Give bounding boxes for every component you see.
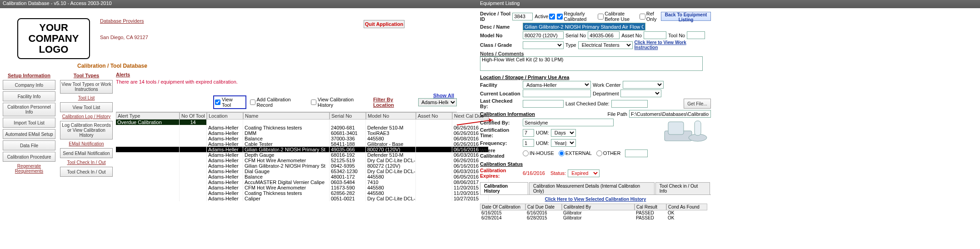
asset-input[interactable] bbox=[644, 31, 666, 39]
in-house-radio[interactable]: IN-HOUSE bbox=[523, 150, 554, 156]
history-row[interactable]: 6/16/20156/16/2016GilibratorPASSEDOK bbox=[480, 210, 711, 215]
col-model[interactable]: Model No bbox=[366, 112, 416, 120]
svg-rect-3 bbox=[695, 121, 701, 135]
hcol-cond[interactable]: Cond As Found bbox=[666, 204, 707, 210]
table-row[interactable]: Adams-HellerDepth Gauge68016-192Defender… bbox=[116, 152, 457, 158]
table-row[interactable]: Adams-HellerCoating Thickness testers240… bbox=[116, 125, 457, 130]
add-cal-record-checkbox[interactable]: Add Calibration Record bbox=[250, 97, 307, 108]
other-where-input[interactable] bbox=[625, 149, 648, 157]
tab-cal-measurement[interactable]: Calibration Measurement Details (Interna… bbox=[529, 182, 655, 194]
automated-email-button[interactable]: Automated EMail Setup bbox=[3, 129, 55, 139]
work-instruction-link[interactable]: Click Here to View Work Instruction bbox=[635, 40, 711, 50]
tab-cal-history[interactable]: Calibration History bbox=[480, 182, 528, 194]
table-row[interactable]: Adams-HellerCaliper0051-0021Dry Cal DC-L… bbox=[116, 196, 457, 201]
col-asset[interactable]: Asset No bbox=[416, 112, 452, 120]
table-row[interactable]: Adams-HellerCoating Thickness testers628… bbox=[116, 190, 457, 196]
tool-checkin-out-link[interactable]: Tool Check In / Out bbox=[60, 160, 113, 165]
email-notification-link[interactable]: EMail Notification bbox=[60, 141, 113, 146]
col-no-of-tool[interactable]: No Of Tool bbox=[180, 112, 207, 120]
tool-list-link[interactable]: Tool List bbox=[60, 95, 113, 100]
cert-time-label: Certification Time: bbox=[480, 127, 521, 138]
table-row[interactable]: Adams-HellerCable Tester58411-188Gilibra… bbox=[116, 141, 457, 147]
current-location-input[interactable] bbox=[523, 90, 591, 97]
external-radio[interactable]: EXTERNAL bbox=[559, 150, 592, 156]
tool-no-label: Tool No bbox=[668, 33, 685, 38]
col-alert-type[interactable]: Alert Type bbox=[116, 112, 180, 120]
frequency-input[interactable] bbox=[523, 139, 534, 147]
tool-checkin-out-button[interactable]: Tool Check In / Out bbox=[60, 167, 113, 177]
quit-button[interactable]: Quit Application bbox=[364, 20, 405, 28]
log-records-button[interactable]: Log Calibration Records or View Calibrat… bbox=[60, 121, 113, 139]
table-row[interactable]: Adams-HellerBalance37000-33644558006/08/… bbox=[116, 136, 457, 141]
history-row[interactable]: 6/28/20146/28/2015GilibratorPASSEDOK bbox=[480, 215, 711, 220]
table-row[interactable]: Adams-HellerGilian Gilibrator-2 NIOSH Pr… bbox=[116, 147, 457, 152]
table-row[interactable]: Adams-HellerDMM60681-3401ToxiRAE306/26/2… bbox=[116, 130, 457, 136]
view-tool-checkbox[interactable]: View Tool bbox=[215, 97, 243, 108]
view-selected-history-link[interactable]: Click Here to View Selected Calibration … bbox=[480, 197, 711, 202]
table-row[interactable]: Adams-HellerCFM Hot Wire Anemometer52125… bbox=[116, 158, 457, 163]
tab-check-in-out[interactable]: Tool Check in / Out Info bbox=[655, 182, 710, 194]
import-tool-list-button[interactable]: Import Tool List bbox=[3, 118, 55, 128]
status-select[interactable]: Expired bbox=[568, 169, 600, 177]
department-select[interactable] bbox=[620, 90, 661, 97]
uom1-select[interactable]: Days bbox=[551, 129, 576, 137]
other-radio[interactable]: OTHER bbox=[596, 150, 621, 156]
alerts-message: There are 14 tools / equipment with expi… bbox=[116, 79, 457, 85]
facility-info-button[interactable]: Facility Info bbox=[3, 91, 55, 101]
cal-before-label: Calibrate Before Use bbox=[605, 11, 638, 22]
regularly-calibrated-checkbox[interactable]: Regularly Calibrated bbox=[557, 11, 596, 22]
desc-input[interactable] bbox=[523, 23, 645, 30]
calibration-procedure-button[interactable]: Calibration Procedure bbox=[3, 152, 55, 162]
cal-log-history-link[interactable]: Calibration Log / History bbox=[60, 114, 113, 119]
view-tool-types-button[interactable]: View Tool Types or Work Instructions bbox=[60, 80, 113, 94]
alert-type-value: Overdue Calibration bbox=[116, 120, 180, 125]
view-tool-list-button[interactable]: View Tool List bbox=[60, 102, 113, 112]
last-checked-date-input[interactable] bbox=[611, 100, 648, 108]
table-row[interactable]: Adams-HellerBalance48001-17244558006/05/… bbox=[116, 174, 457, 179]
calibrate-before-use-checkbox[interactable]: Calibrate Before Use bbox=[598, 11, 638, 22]
get-file-button[interactable]: Get File... bbox=[684, 99, 711, 109]
personnel-info-button[interactable]: Calibration Personnel Info bbox=[3, 103, 55, 116]
grid-summary-row: Overdue Calibration 14 bbox=[116, 120, 457, 125]
cert-time-input[interactable] bbox=[523, 129, 534, 137]
type-select[interactable]: Electrical Testers bbox=[578, 41, 633, 49]
back-to-listing-button[interactable]: Back To Equipment Listing bbox=[661, 12, 711, 21]
notes-textarea[interactable]: High-Flow Wet Cell Kit (2 to 30 LPM) bbox=[480, 56, 703, 71]
table-row[interactable]: Adams-HellerGilian Gilibrator-2 NIOSH Pr… bbox=[116, 163, 457, 169]
send-email-button[interactable]: Send EMail Notification bbox=[60, 148, 113, 158]
certified-by-input[interactable] bbox=[523, 119, 614, 126]
hcol-date[interactable]: Date Of Calibration bbox=[480, 204, 525, 210]
work-center-select[interactable] bbox=[623, 81, 664, 89]
uom2-select[interactable]: Year(s) bbox=[551, 139, 576, 147]
facility-select[interactable]: Adams-Heller bbox=[523, 81, 591, 89]
tool-no-input[interactable] bbox=[687, 31, 705, 39]
view-cal-history-checkbox[interactable]: View Calibration History bbox=[311, 97, 370, 108]
last-checked-by-input[interactable] bbox=[523, 100, 564, 108]
data-file-button[interactable]: Data File bbox=[3, 140, 55, 150]
current-location-label: Current Location bbox=[480, 91, 521, 96]
equipment-photo bbox=[659, 113, 709, 144]
regenerate-requirements-link[interactable]: Regenerate Requirements bbox=[3, 164, 55, 174]
svg-rect-1 bbox=[668, 122, 684, 134]
table-row[interactable]: Adams-HellerDial Gauge65342-1230Dry Cal … bbox=[116, 169, 457, 174]
company-info-button[interactable]: Company Info bbox=[3, 80, 55, 90]
database-providers-link[interactable]: Database Providers bbox=[100, 18, 144, 24]
filter-by-location-label: Filter By Location bbox=[373, 97, 415, 108]
show-all-link[interactable]: Show All bbox=[433, 93, 454, 98]
hcol-by[interactable]: Calibrated By bbox=[562, 204, 635, 210]
hcol-due[interactable]: Cal Due Date bbox=[525, 204, 562, 210]
model-input[interactable] bbox=[523, 31, 564, 39]
col-serial[interactable]: Serial No bbox=[330, 112, 366, 120]
serial-input[interactable] bbox=[588, 31, 620, 39]
table-row[interactable]: Adams-HellerAccuMASTER Digital Vernier C… bbox=[116, 179, 457, 185]
col-name[interactable]: Name bbox=[243, 112, 330, 120]
table-row[interactable]: Adams-HellerCFM Hot Wire Anemometer11673… bbox=[116, 185, 457, 190]
col-location[interactable]: Location bbox=[207, 112, 243, 120]
device-id-input[interactable] bbox=[512, 13, 533, 20]
equipment-form: Device / Tool ID Active Regularly Calibr… bbox=[477, 8, 714, 222]
ref-only-checkbox[interactable]: Ref Only bbox=[640, 11, 659, 22]
active-checkbox[interactable]: Active bbox=[535, 14, 555, 20]
hcol-result[interactable]: Cal Result bbox=[635, 204, 666, 210]
filter-location-select[interactable]: Adams-Heller bbox=[418, 98, 457, 106]
class-select[interactable] bbox=[523, 41, 564, 49]
